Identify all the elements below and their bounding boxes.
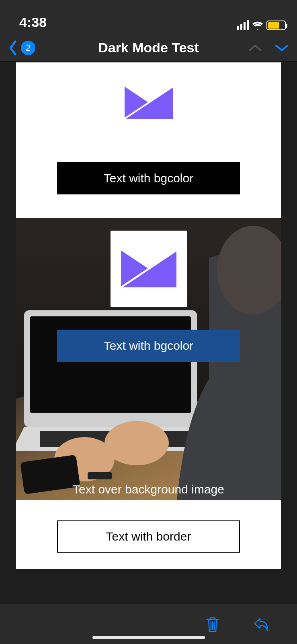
chevron-left-icon	[8, 40, 18, 56]
wifi-icon	[252, 21, 263, 30]
next-message-button[interactable]	[274, 43, 289, 53]
battery-icon	[266, 21, 286, 30]
home-indicator[interactable]	[92, 636, 205, 639]
status-bar: 4:38	[0, 0, 297, 34]
message-body[interactable]: Text with bgcolor	[0, 62, 297, 604]
status-icons	[237, 20, 286, 30]
logo-on-photo	[111, 231, 187, 307]
nav-bar: 2 Dark Mode Test	[0, 34, 297, 62]
page-title: Dark Mode Test	[98, 40, 199, 56]
bgcolor-label-black: Text with bgcolor	[57, 162, 240, 194]
bgcolor-label-blue: Text with bgcolor	[57, 330, 240, 362]
logo-icon	[16, 87, 281, 119]
prev-message-button[interactable]	[248, 43, 262, 53]
logo-icon	[121, 250, 177, 287]
reply-button[interactable]	[253, 615, 269, 633]
clock: 4:38	[19, 14, 47, 30]
section-photo-bg: Text with bgcolor Text over background i…	[16, 218, 281, 500]
back-button[interactable]: 2	[8, 40, 35, 56]
border-label: Text with border	[57, 520, 240, 553]
overlay-text: Text over background image	[16, 483, 281, 496]
section-border: Text with border	[16, 500, 281, 569]
cellular-signal-icon	[237, 20, 249, 30]
trash-button[interactable]	[205, 615, 221, 633]
unread-count-badge: 2	[21, 41, 35, 55]
section-white: Text with bgcolor	[16, 62, 281, 218]
